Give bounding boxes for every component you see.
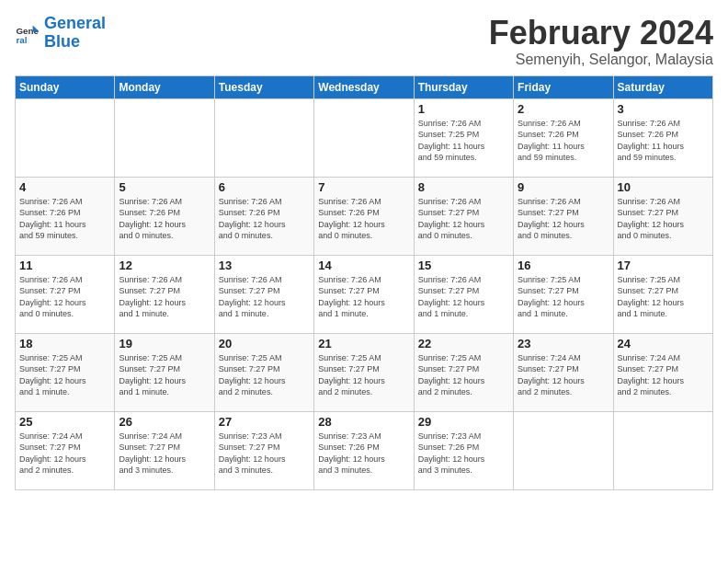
calendar-cell: 18Sunrise: 7:25 AM Sunset: 7:27 PM Dayli… [16, 333, 115, 411]
day-number: 2 [518, 102, 609, 116]
day-info: Sunrise: 7:24 AM Sunset: 7:27 PM Dayligh… [618, 352, 709, 398]
calendar-cell: 28Sunrise: 7:23 AM Sunset: 7:26 PM Dayli… [314, 411, 414, 489]
day-number: 15 [418, 259, 509, 272]
day-info: Sunrise: 7:26 AM Sunset: 7:26 PM Dayligh… [219, 196, 310, 242]
calendar-cell: 11Sunrise: 7:26 AM Sunset: 7:27 PM Dayli… [16, 255, 115, 333]
day-info: Sunrise: 7:25 AM Sunset: 7:27 PM Dayligh… [19, 352, 110, 398]
calendar-cell: 26Sunrise: 7:24 AM Sunset: 7:27 PM Dayli… [115, 411, 214, 489]
calendar-cell: 13Sunrise: 7:26 AM Sunset: 7:27 PM Dayli… [214, 255, 313, 333]
title-area: February 2024 Semenyih, Selangor, Malays… [489, 15, 713, 68]
day-info: Sunrise: 7:23 AM Sunset: 7:26 PM Dayligh… [418, 431, 509, 477]
day-number: 7 [318, 180, 409, 194]
calendar-cell: 3Sunrise: 7:26 AM Sunset: 7:26 PM Daylig… [613, 98, 712, 177]
header-friday: Friday [514, 75, 613, 98]
day-number: 27 [219, 415, 310, 429]
calendar-cell: 22Sunrise: 7:25 AM Sunset: 7:27 PM Dayli… [414, 333, 513, 411]
logo-line1: General [44, 14, 106, 32]
header-tuesday: Tuesday [214, 75, 313, 98]
day-info: Sunrise: 7:24 AM Sunset: 7:27 PM Dayligh… [19, 431, 110, 477]
day-info: Sunrise: 7:26 AM Sunset: 7:27 PM Dayligh… [219, 274, 310, 320]
day-info: Sunrise: 7:25 AM Sunset: 7:27 PM Dayligh… [418, 352, 509, 398]
day-info: Sunrise: 7:26 AM Sunset: 7:26 PM Dayligh… [119, 196, 210, 242]
day-number: 16 [518, 259, 609, 272]
logo-icon: Gene ral [15, 20, 40, 46]
day-number: 21 [318, 337, 409, 350]
day-number: 4 [19, 180, 110, 194]
week-row-3: 18Sunrise: 7:25 AM Sunset: 7:27 PM Dayli… [16, 333, 713, 411]
day-number: 17 [618, 259, 709, 272]
logo: Gene ral General Blue [15, 15, 106, 52]
calendar-cell: 8Sunrise: 7:26 AM Sunset: 7:27 PM Daylig… [414, 177, 513, 255]
day-number: 13 [219, 259, 310, 272]
day-info: Sunrise: 7:25 AM Sunset: 7:27 PM Dayligh… [618, 274, 709, 320]
calendar-cell: 5Sunrise: 7:26 AM Sunset: 7:26 PM Daylig… [115, 177, 214, 255]
day-number: 11 [19, 259, 110, 272]
calendar-cell [214, 98, 313, 177]
day-number: 23 [518, 337, 609, 350]
calendar-cell: 4Sunrise: 7:26 AM Sunset: 7:26 PM Daylig… [16, 177, 115, 255]
day-info: Sunrise: 7:26 AM Sunset: 7:26 PM Dayligh… [518, 118, 609, 164]
day-number: 24 [618, 337, 709, 350]
calendar-cell [613, 411, 712, 489]
calendar-subtitle: Semenyih, Selangor, Malaysia [489, 52, 713, 68]
calendar-cell: 10Sunrise: 7:26 AM Sunset: 7:27 PM Dayli… [613, 177, 712, 255]
calendar-cell: 23Sunrise: 7:24 AM Sunset: 7:27 PM Dayli… [514, 333, 613, 411]
day-info: Sunrise: 7:24 AM Sunset: 7:27 PM Dayligh… [119, 431, 210, 477]
day-info: Sunrise: 7:26 AM Sunset: 7:27 PM Dayligh… [418, 196, 509, 242]
calendar-cell [514, 411, 613, 489]
day-number: 5 [119, 180, 210, 194]
calendar-cell: 16Sunrise: 7:25 AM Sunset: 7:27 PM Dayli… [514, 255, 613, 333]
day-info: Sunrise: 7:26 AM Sunset: 7:26 PM Dayligh… [318, 196, 409, 242]
day-number: 10 [618, 180, 709, 194]
day-number: 19 [119, 337, 210, 350]
calendar-cell: 14Sunrise: 7:26 AM Sunset: 7:27 PM Dayli… [314, 255, 414, 333]
calendar-cell: 7Sunrise: 7:26 AM Sunset: 7:26 PM Daylig… [314, 177, 414, 255]
day-info: Sunrise: 7:26 AM Sunset: 7:27 PM Dayligh… [119, 274, 210, 320]
calendar-cell: 19Sunrise: 7:25 AM Sunset: 7:27 PM Dayli… [115, 333, 214, 411]
calendar-cell [314, 98, 414, 177]
calendar-title: February 2024 [489, 15, 713, 52]
svg-text:ral: ral [16, 35, 27, 45]
day-info: Sunrise: 7:26 AM Sunset: 7:25 PM Dayligh… [418, 118, 509, 164]
calendar-cell: 15Sunrise: 7:26 AM Sunset: 7:27 PM Dayli… [414, 255, 513, 333]
day-number: 14 [318, 259, 409, 272]
calendar-cell: 6Sunrise: 7:26 AM Sunset: 7:26 PM Daylig… [214, 177, 313, 255]
calendar-table: Sunday Monday Tuesday Wednesday Thursday… [15, 75, 713, 490]
day-number: 25 [19, 415, 110, 429]
day-number: 3 [618, 102, 709, 116]
day-info: Sunrise: 7:25 AM Sunset: 7:27 PM Dayligh… [219, 352, 310, 398]
day-info: Sunrise: 7:26 AM Sunset: 7:27 PM Dayligh… [518, 196, 609, 242]
header: Gene ral General Blue February 2024 Seme… [15, 15, 713, 68]
day-number: 26 [119, 415, 210, 429]
day-number: 28 [318, 415, 409, 429]
week-row-2: 11Sunrise: 7:26 AM Sunset: 7:27 PM Dayli… [16, 255, 713, 333]
calendar-cell: 21Sunrise: 7:25 AM Sunset: 7:27 PM Dayli… [314, 333, 414, 411]
day-number: 29 [418, 415, 509, 429]
day-info: Sunrise: 7:23 AM Sunset: 7:27 PM Dayligh… [219, 431, 310, 477]
day-number: 12 [119, 259, 210, 272]
calendar-cell [115, 98, 214, 177]
calendar-cell [16, 98, 115, 177]
day-info: Sunrise: 7:26 AM Sunset: 7:27 PM Dayligh… [19, 274, 110, 320]
calendar-cell: 20Sunrise: 7:25 AM Sunset: 7:27 PM Dayli… [214, 333, 313, 411]
calendar-cell: 9Sunrise: 7:26 AM Sunset: 7:27 PM Daylig… [514, 177, 613, 255]
header-monday: Monday [115, 75, 214, 98]
day-info: Sunrise: 7:26 AM Sunset: 7:26 PM Dayligh… [618, 118, 709, 164]
calendar-cell: 1Sunrise: 7:26 AM Sunset: 7:25 PM Daylig… [414, 98, 513, 177]
week-row-4: 25Sunrise: 7:24 AM Sunset: 7:27 PM Dayli… [16, 411, 713, 489]
day-info: Sunrise: 7:26 AM Sunset: 7:27 PM Dayligh… [318, 274, 409, 320]
day-info: Sunrise: 7:23 AM Sunset: 7:26 PM Dayligh… [318, 431, 409, 477]
day-number: 6 [219, 180, 310, 194]
day-number: 8 [418, 180, 509, 194]
calendar-cell: 27Sunrise: 7:23 AM Sunset: 7:27 PM Dayli… [214, 411, 313, 489]
day-info: Sunrise: 7:26 AM Sunset: 7:27 PM Dayligh… [618, 196, 709, 242]
days-header-row: Sunday Monday Tuesday Wednesday Thursday… [16, 75, 713, 98]
calendar-cell: 12Sunrise: 7:26 AM Sunset: 7:27 PM Dayli… [115, 255, 214, 333]
day-info: Sunrise: 7:24 AM Sunset: 7:27 PM Dayligh… [518, 352, 609, 398]
logo-line2: Blue [44, 32, 80, 51]
header-wednesday: Wednesday [314, 75, 414, 98]
week-row-0: 1Sunrise: 7:26 AM Sunset: 7:25 PM Daylig… [16, 98, 713, 177]
day-number: 1 [418, 102, 509, 116]
day-info: Sunrise: 7:25 AM Sunset: 7:27 PM Dayligh… [318, 352, 409, 398]
day-number: 9 [518, 180, 609, 194]
